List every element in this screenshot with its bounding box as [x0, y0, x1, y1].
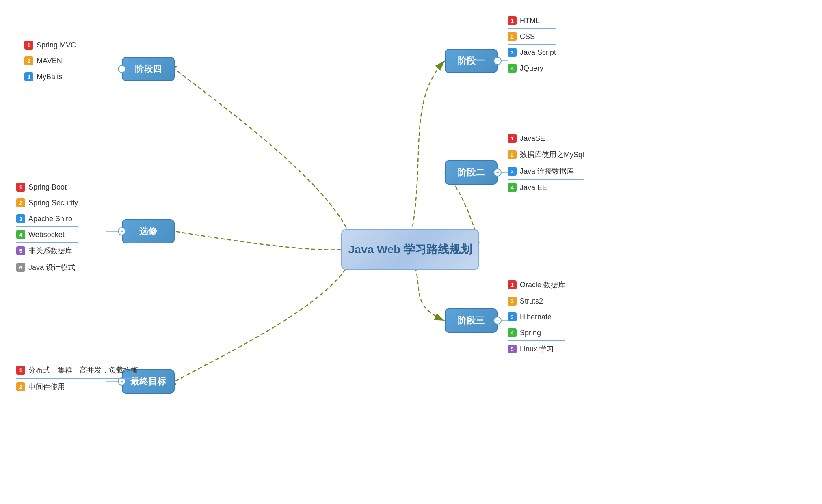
item-label: JavaSE: [520, 134, 545, 143]
item-badge: 2: [16, 198, 25, 207]
stage2-node[interactable]: 阶段二 －: [445, 160, 498, 185]
stage3-collapse-icon[interactable]: －: [493, 317, 502, 325]
item-badge: 2: [508, 297, 517, 306]
item-label: HTML: [520, 17, 540, 25]
list-item: 3Java Script: [508, 48, 556, 57]
stage1-label: 阶段一: [458, 55, 485, 67]
center-label: Java Web 学习路线规划: [348, 242, 472, 257]
item-badge: 3: [24, 72, 33, 81]
item-badge: 1: [508, 134, 517, 143]
item-label: Spring: [520, 329, 541, 337]
list-item: 5非关系数据库: [16, 246, 78, 256]
item-badge: 3: [508, 312, 517, 321]
list-item: 1Oracle 数据库: [508, 280, 565, 290]
item-badge: 4: [508, 64, 517, 73]
stage2-items: 1JavaSE2数据库使用之MySql3Java 连接数据库4Java EE: [508, 134, 584, 192]
list-item: 2Spring Security: [16, 198, 78, 207]
jieduan4-collapse-icon[interactable]: －: [118, 65, 126, 73]
list-item: 2数据库使用之MySql: [508, 150, 584, 159]
item-label: 非关系数据库: [28, 246, 72, 256]
list-item: 5Linux 学习: [508, 344, 565, 354]
stage3-node[interactable]: 阶段三 －: [445, 308, 498, 333]
item-label: Hibernate: [520, 313, 552, 321]
list-item: 4Java EE: [508, 183, 584, 192]
list-item: 2CSS: [508, 32, 556, 41]
item-label: 中间件使用: [28, 382, 65, 392]
item-label: Java 设计模式: [28, 263, 75, 272]
list-item: 1分布式，集群，高并发，负载均衡: [16, 365, 138, 375]
item-label: MyBaits: [37, 73, 63, 81]
item-badge: 3: [508, 48, 517, 57]
item-label: 数据库使用之MySql: [520, 150, 584, 159]
list-item: 2Struts2: [508, 297, 565, 306]
item-label: Spring Security: [28, 199, 78, 207]
item-label: CSS: [520, 32, 535, 41]
item-badge: 1: [16, 183, 25, 192]
item-badge: 3: [16, 214, 25, 223]
list-item: 1Spring MVC: [24, 41, 76, 50]
item-badge: 1: [16, 366, 25, 375]
item-badge: 1: [24, 41, 33, 50]
item-label: Websocket: [28, 230, 65, 239]
item-label: 分布式，集群，高并发，负载均衡: [28, 365, 138, 375]
item-label: Java EE: [520, 183, 547, 192]
item-badge: 2: [508, 150, 517, 159]
list-item: 4Websocket: [16, 230, 78, 239]
list-item: 1Spring Boot: [16, 183, 78, 192]
item-badge: 4: [508, 183, 517, 192]
item-label: Oracle 数据库: [520, 280, 565, 290]
item-label: Spring MVC: [37, 41, 76, 50]
xuanxiu-items: 1Spring Boot2Spring Security3Apache Shir…: [16, 183, 78, 272]
item-label: Java 连接数据库: [520, 166, 574, 176]
list-item: 4Spring: [508, 328, 565, 337]
list-item: 4JQuery: [508, 64, 556, 73]
item-label: Struts2: [520, 297, 543, 306]
item-badge: 1: [508, 16, 517, 25]
item-badge: 2: [16, 382, 25, 391]
xuanxiu-collapse-icon[interactable]: －: [118, 227, 126, 235]
list-item: 3Apache Shiro: [16, 214, 78, 223]
item-badge: 5: [16, 246, 25, 255]
list-item: 1HTML: [508, 16, 556, 25]
list-item: 3MyBaits: [24, 72, 76, 81]
center-node: Java Web 学习路线规划: [341, 229, 479, 270]
stage1-items: 1HTML2CSS3Java Script4JQuery: [508, 16, 556, 73]
item-label: Linux 学习: [520, 344, 554, 354]
stage1-node[interactable]: 阶段一 －: [445, 49, 498, 73]
item-badge: 1: [508, 280, 517, 289]
stage2-collapse-icon[interactable]: －: [493, 168, 502, 177]
stage3-items: 1Oracle 数据库2Struts23Hibernate4Spring5Lin…: [508, 280, 565, 354]
stage3-label: 阶段三: [458, 314, 485, 327]
item-badge: 5: [508, 345, 517, 353]
item-badge: 6: [16, 263, 25, 272]
jieduan4-node[interactable]: 阶段四 －: [122, 57, 175, 81]
item-label: Java Script: [520, 48, 556, 57]
item-badge: 4: [508, 328, 517, 337]
stage2-label: 阶段二: [458, 166, 485, 179]
item-label: Apache Shiro: [28, 215, 72, 223]
list-item: 2MAVEN: [24, 56, 76, 65]
item-badge: 3: [508, 167, 517, 176]
list-item: 1JavaSE: [508, 134, 584, 143]
xuanxiu-node[interactable]: 选修 －: [122, 219, 175, 243]
list-item: 6Java 设计模式: [16, 263, 78, 272]
item-badge: 4: [16, 230, 25, 239]
list-item: 3Hibernate: [508, 312, 565, 321]
item-label: Spring Boot: [28, 183, 67, 192]
list-item: 3Java 连接数据库: [508, 166, 584, 176]
item-label: JQuery: [520, 64, 543, 73]
zuizhong-items: 1分布式，集群，高并发，负载均衡2中间件使用: [16, 365, 138, 392]
jieduan4-items: 1Spring MVC2MAVEN3MyBaits: [24, 41, 76, 81]
item-badge: 2: [24, 56, 33, 65]
item-badge: 2: [508, 32, 517, 41]
list-item: 2中间件使用: [16, 382, 138, 392]
xuanxiu-label: 选修: [139, 225, 157, 237]
item-label: MAVEN: [37, 57, 62, 65]
jieduan4-label: 阶段四: [135, 63, 162, 75]
stage1-collapse-icon[interactable]: －: [493, 57, 502, 65]
